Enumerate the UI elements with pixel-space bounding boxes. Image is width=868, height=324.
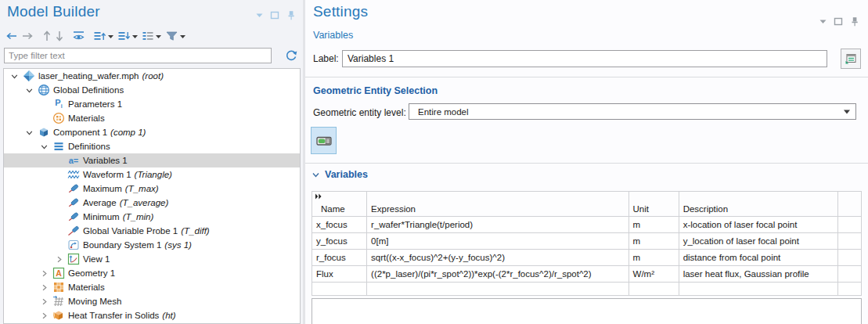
arrow-left-icon	[5, 30, 18, 42]
cell-description[interactable]: distance from focal point	[679, 250, 837, 266]
chevron-down-icon[interactable]	[107, 33, 114, 40]
chevron-down-icon[interactable]	[155, 33, 162, 40]
chevron-down-icon[interactable]	[7, 69, 21, 83]
variables-table-empty-area[interactable]	[312, 298, 862, 324]
settings-title: Settings	[313, 3, 368, 20]
tree-item-laser-heating-wafer-mph[interactable]: laser_heating_wafer.mph(root)	[4, 69, 300, 83]
tree-item-moving-mesh[interactable]: Moving Mesh	[4, 294, 300, 308]
model-root-icon	[21, 69, 37, 83]
probe-icon	[66, 210, 81, 224]
tree-item-global-definitions[interactable]: Global Definitions	[4, 83, 300, 97]
cell-unit[interactable]: m	[628, 233, 679, 250]
restore-icon[interactable]	[269, 9, 280, 20]
chevron-down-icon[interactable]	[179, 33, 186, 40]
cell-extra[interactable]	[837, 217, 861, 233]
materials-global-icon	[51, 111, 67, 125]
tree-item-minimum[interactable]: Minimum(T_min)	[4, 210, 300, 224]
tree-item-geometry-1[interactable]: AGeometry 1	[4, 266, 300, 280]
tree-item-waveform-1[interactable]: Waveform 1(Triangle)	[4, 167, 300, 182]
tree-item-view-1[interactable]: View 1	[4, 252, 300, 266]
show-in-form-button[interactable]	[841, 49, 861, 69]
geometric-entity-level-dropdown[interactable]: Entire model	[409, 103, 856, 120]
chevron-right-icon[interactable]	[37, 280, 51, 294]
tree-item-label: Variables 1	[83, 156, 128, 165]
list-down-icon	[117, 30, 131, 42]
node-label-button[interactable]	[140, 28, 164, 44]
move-down-button[interactable]	[53, 28, 66, 44]
tree-item-label: Parameters 1	[68, 99, 122, 109]
cell-expression[interactable]	[367, 283, 628, 296]
tree-item-component-1[interactable]: Component 1(comp 1)	[4, 125, 300, 139]
tree-item-global-variable-probe-1[interactable]: Global Variable Probe 1(T_diff)	[4, 224, 300, 238]
cell-extra[interactable]	[837, 233, 861, 250]
refresh-icon[interactable]	[283, 48, 299, 63]
go-back-button[interactable]	[3, 28, 20, 44]
caret-down-icon[interactable]	[255, 11, 264, 20]
chevron-down-icon[interactable]	[22, 125, 36, 139]
cell-extra[interactable]	[837, 266, 861, 283]
tree-filter-input[interactable]	[4, 48, 272, 63]
tree-item-suffix: (T_average)	[120, 198, 169, 207]
cell-description[interactable]	[679, 283, 837, 296]
chevron-right-icon[interactable]	[52, 252, 66, 266]
separator	[305, 163, 868, 164]
cell-description[interactable]: laser heat flux, Gaussian profile	[679, 266, 837, 283]
table-row: Flux((2*p_laser)/(pi*r_spot^2))*exp(-(2*…	[312, 266, 862, 283]
cell-name[interactable]: x_focus	[312, 217, 367, 233]
cell-name[interactable]: Flux	[312, 266, 367, 283]
filter-button[interactable]	[164, 28, 188, 44]
tree-item-definitions[interactable]: Definitions	[4, 139, 300, 153]
tree-item-heat-transfer-in-solids[interactable]: Heat Transfer in Solids(ht)	[4, 308, 300, 322]
cell-description[interactable]: x-location of laser focal point	[679, 217, 837, 233]
tree-item-suffix: (comp 1)	[110, 128, 146, 137]
cell-expression[interactable]: 0[m]	[367, 233, 628, 250]
show-hide-button[interactable]	[70, 28, 87, 44]
chevron-right-icon[interactable]	[37, 308, 51, 322]
tree-item-average[interactable]: Average(T_average)	[4, 196, 300, 210]
tree-item-boundary-system-1[interactable]: Boundary System 1(sys 1)	[4, 238, 300, 252]
cell-name[interactable]: y_focus	[312, 233, 367, 250]
tree-item-materials[interactable]: Materials	[4, 111, 300, 125]
cell-expression[interactable]: ((2*p_laser)/(pi*r_spot^2))*exp(-(2*r_fo…	[367, 266, 628, 283]
heat-transfer-icon	[51, 308, 67, 322]
pin-icon[interactable]	[286, 9, 297, 20]
expand-all-button[interactable]	[92, 28, 116, 44]
restore-icon[interactable]	[833, 16, 844, 27]
double-arrow-icon	[315, 193, 322, 200]
chevron-right-icon[interactable]	[37, 294, 51, 308]
cell-name[interactable]	[312, 283, 367, 296]
cell-unit[interactable]	[628, 283, 679, 296]
label-input[interactable]	[342, 50, 827, 67]
tree-item-maximum[interactable]: Maximum(T_max)	[4, 182, 300, 196]
tree-item-materials[interactable]: Materials	[4, 280, 300, 294]
cell-description[interactable]: y_location of laser focal point	[679, 233, 837, 250]
separator	[305, 77, 868, 77]
chevron-right-icon[interactable]	[37, 266, 51, 280]
selection-active-toggle-button[interactable]	[311, 127, 337, 154]
cell-extra[interactable]	[837, 250, 861, 266]
cell-expression[interactable]: sqrt((x-x_focus)^2+(y-y_focus)^2)	[367, 250, 628, 266]
chevron-down-icon[interactable]	[22, 83, 36, 97]
parameters-icon: Pi	[51, 97, 67, 111]
cell-unit[interactable]: m	[628, 250, 679, 266]
chevron-spacer	[52, 182, 66, 196]
chevron-down-icon[interactable]	[131, 33, 139, 40]
chevron-down-icon[interactable]	[37, 139, 51, 153]
caret-down-icon[interactable]	[819, 17, 827, 26]
collapse-all-button[interactable]	[116, 28, 140, 44]
cell-unit[interactable]: m	[628, 217, 679, 233]
column-header-expression: Expression	[367, 192, 628, 217]
tree-item-variables-1[interactable]: a=Variables 1	[4, 153, 300, 167]
pin-icon[interactable]	[849, 16, 860, 27]
move-up-button[interactable]	[41, 28, 53, 44]
go-forward-button[interactable]	[20, 28, 36, 44]
probe-icon	[66, 182, 81, 196]
cell-extra[interactable]	[837, 283, 861, 296]
tree-item-parameters-1[interactable]: PiParameters 1	[4, 97, 300, 111]
chevron-spacer	[52, 153, 66, 167]
variables-section-header[interactable]: Variables	[312, 169, 368, 180]
probe-global-icon	[66, 224, 81, 238]
cell-expression[interactable]: r_wafer*Triangle(t/period)	[367, 217, 628, 233]
cell-unit[interactable]: W/m²	[628, 266, 679, 283]
cell-name[interactable]: r_focus	[312, 250, 367, 266]
